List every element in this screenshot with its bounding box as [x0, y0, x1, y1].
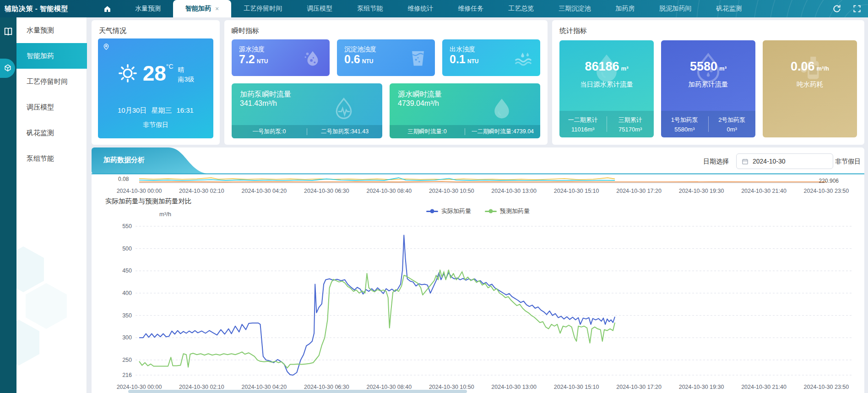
svg-text:216: 216 — [122, 372, 132, 378]
footer-value: 5580m³ — [674, 126, 694, 133]
flow-unit: m³/h — [262, 99, 277, 107]
x-axis-tick-label: 2024-10-30 08:40 — [355, 188, 423, 194]
tab-智能加药[interactable]: 智能加药× — [173, 0, 231, 17]
book-icon[interactable] — [3, 27, 13, 37]
footer-cell: 三期瞬时流量:0 — [390, 128, 465, 136]
line-chart: 216250300350400450500550 — [92, 216, 864, 393]
x-axis-tick-label: 2024-10-30 04:20 — [230, 384, 298, 390]
turbidity-cards-row: 源水浊度7.2NTU沉淀池浊度0.6NTU出水浊度0.1NTU — [232, 39, 540, 76]
home-icon[interactable] — [95, 0, 119, 17]
weather-holiday-status: 非节假日 — [98, 121, 213, 129]
x-axis-tick-label: 2024-10-30 13:00 — [480, 384, 548, 390]
stat-card-吨水药耗: 0.06m³/h吨水药耗 — [763, 40, 857, 137]
date-picker-label: 日期选择 — [703, 158, 729, 166]
flow-value: 341.43 — [240, 99, 262, 107]
sidebar-item-水量预测[interactable]: 水量预测 — [16, 17, 87, 43]
tab-水量预测[interactable]: 水量预测 — [123, 0, 173, 17]
metric-card-源水浊度: 源水浊度7.2NTU — [232, 39, 330, 76]
sidebar-item-工艺停留时间[interactable]: 工艺停留时间 — [16, 69, 87, 94]
x-axis-tick-label: 2024-10-30 19:30 — [667, 384, 736, 390]
weather-panel: 天气情况 28°C 晴 南3级 10月30日 星期三 16:31 非节假日 — [92, 20, 220, 145]
tab-脱泥加药间[interactable]: 脱泥加药间 — [647, 0, 704, 17]
tab-工艺停留时间[interactable]: 工艺停留时间 — [231, 0, 294, 17]
flow-cards-row: 加药泵瞬时流量341.43m³/h一号加药泵:0二号加药泵:341.43源水瞬时… — [232, 83, 540, 138]
legend-item-实际加药量[interactable]: 实际加药量 — [426, 207, 471, 215]
model-cube-icon[interactable] — [0, 59, 15, 78]
tab-泵组节能[interactable]: 泵组节能 — [345, 0, 395, 17]
beaker-icon — [407, 49, 429, 70]
top-navigation-bar: 辅助决策 - 智能模型 水量预测智能加药×工艺停留时间调压模型泵组节能维修统计维… — [0, 0, 868, 17]
x-axis-tick-label: 2024-10-30 08:40 — [355, 384, 423, 390]
footer-key: 一二期瞬时流量 — [472, 128, 512, 135]
holiday-status-label: 非节假日 — [835, 158, 861, 166]
tab-label: 矾花监测 — [716, 5, 742, 13]
weather-wind: 南3级 — [178, 76, 195, 84]
weather-date-row: 10月30日 星期三 16:31 — [98, 106, 213, 115]
x-axis-tick-label: 2024-10-30 15:10 — [542, 384, 611, 390]
metric-unit: NTU — [257, 58, 268, 65]
hexagon-decoration — [26, 283, 67, 329]
tab-label: 工艺停留时间 — [244, 5, 282, 13]
sidebar-item-label: 智能加药 — [27, 52, 54, 60]
datazoom-strip[interactable] — [92, 173, 864, 187]
x-axis-tick-label: 2024-10-30 02:10 — [167, 384, 236, 390]
fullscreen-icon[interactable] — [852, 4, 862, 13]
stats-cards-row: 86186m³当日源水累计流量一二期累计11016m³三期累计75170m³55… — [559, 40, 857, 137]
tab-label: 调压模型 — [307, 5, 332, 13]
legend-item-预测加药量[interactable]: 预测加药量 — [485, 207, 530, 215]
stat-label: 加药累计流量 — [661, 80, 755, 89]
x-axis-tick-label: 2024-10-30 17:20 — [605, 384, 673, 390]
flow-card-加药泵瞬时流量: 加药泵瞬时流量341.43m³/h一号加药泵:0二号加药泵:341.43 — [232, 83, 382, 138]
x-axis-tick-label: 2024-10-30 13:00 — [480, 188, 548, 194]
x-axis-tick-label: 2024-10-30 10:50 — [417, 384, 486, 390]
legend-marker — [485, 211, 497, 212]
x-axis-tick-label: 2024-10-30 04:20 — [230, 188, 298, 194]
calendar-icon — [742, 158, 749, 165]
footer-value: 75170m³ — [618, 126, 642, 133]
stats-panel-title: 统计指标 — [559, 27, 587, 35]
tab-调压模型[interactable]: 调压模型 — [294, 0, 345, 17]
date-picker-input[interactable]: 2024-10-30 — [736, 153, 833, 169]
footer-cell: 2号加药泵0m³ — [709, 111, 756, 137]
strip-series-orange — [139, 181, 826, 182]
tab-维修统计[interactable]: 维修统计 — [395, 0, 445, 17]
hexagon-decoration — [16, 320, 39, 366]
chart-title: 实际加药量与预测加药量对比 — [105, 197, 192, 206]
x-axis-tick-label: 2024-10-30 00:00 — [105, 384, 174, 390]
tab-三期沉淀池[interactable]: 三期沉淀池 — [546, 0, 603, 17]
sun-icon — [117, 63, 138, 84]
x-axis-tick-label: 2024-10-30 10:50 — [417, 188, 486, 194]
tab-维修任务[interactable]: 维修任务 — [445, 0, 496, 17]
x-axis-tick-label: 2024-10-30 21:40 — [730, 384, 798, 390]
tab-label: 脱泥加药间 — [659, 5, 691, 13]
location-pin-icon — [103, 43, 110, 50]
sidebar-item-矾花监测[interactable]: 矾花监测 — [16, 120, 87, 146]
topbar-actions — [832, 0, 862, 17]
temperature-unit: °C — [166, 63, 174, 70]
datazoom-min-label: 0.08 — [118, 176, 129, 182]
dosing-analysis-panel: 加药数据分析 日期选择 2024-10-30 非节假日 0.08 220.906… — [92, 147, 864, 393]
refresh-icon[interactable] — [832, 4, 841, 13]
sidebar-item-label: 矾花监测 — [27, 129, 54, 137]
sidebar-item-调压模型[interactable]: 调压模型 — [16, 94, 87, 120]
horizontal-scrollbar-thumb[interactable] — [128, 390, 467, 393]
sidebar-item-智能加药[interactable]: 智能加药 — [16, 43, 87, 69]
footer-cell: 1号加药泵5580m³ — [661, 111, 708, 137]
weather-panel-title: 天气情况 — [99, 27, 126, 35]
sidebar-item-label: 调压模型 — [27, 103, 54, 112]
tab-矾花监测[interactable]: 矾花监测 — [704, 0, 754, 17]
tab-bar: 水量预测智能加药×工艺停留时间调压模型泵组节能维修统计维修任务工艺总览三期沉淀池… — [123, 0, 754, 17]
tab-加药房[interactable]: 加药房 — [603, 0, 647, 17]
footer-value: 11016m³ — [571, 126, 594, 133]
datazoom-axis-labels: 2024-10-30 00:002024-10-30 02:102024-10-… — [92, 188, 864, 195]
sidebar-item-泵组节能[interactable]: 泵组节能 — [16, 146, 87, 171]
flow-card-源水瞬时流量: 源水瞬时流量4739.04m³/h三期瞬时流量:0一二期瞬时流量:4739.04 — [390, 83, 540, 138]
tab-工艺总览[interactable]: 工艺总览 — [496, 0, 546, 17]
svg-text:400: 400 — [122, 290, 132, 296]
x-axis-tick-label: 2024-10-30 19:30 — [667, 188, 736, 194]
close-icon[interactable]: × — [215, 5, 219, 12]
footer-cell: 二号加药泵:341.43 — [307, 128, 382, 136]
icon-rail — [0, 17, 16, 393]
hexagon-decoration — [16, 246, 44, 292]
statistics-panel: 统计指标 86186m³当日源水累计流量一二期累计11016m³三期累计7517… — [552, 20, 864, 145]
